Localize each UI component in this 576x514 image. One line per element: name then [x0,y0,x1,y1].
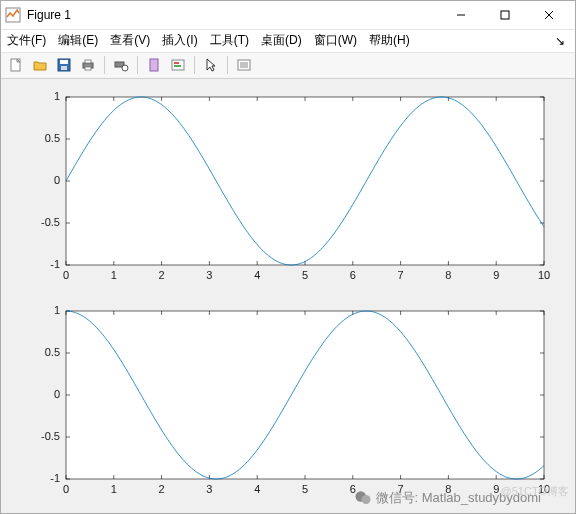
svg-rect-8 [60,60,68,64]
svg-point-123 [361,495,370,504]
svg-text:1: 1 [54,90,60,102]
print-preview-icon[interactable] [110,54,132,76]
maximize-button[interactable] [483,1,527,29]
plot-area: 012345678910-1-0.500.51 012345678910-1-0… [1,79,575,513]
menu-help[interactable]: 帮助(H) [369,32,410,49]
properties-icon[interactable] [233,54,255,76]
svg-text:1: 1 [54,304,60,316]
svg-text:3: 3 [206,483,212,495]
toolbar-separator [137,56,138,74]
open-icon[interactable] [29,54,51,76]
svg-rect-12 [85,67,91,70]
svg-rect-24 [66,97,544,265]
menu-desktop[interactable]: 桌面(D) [261,32,302,49]
svg-text:0: 0 [63,269,69,281]
svg-text:1: 1 [111,269,117,281]
close-button[interactable] [527,1,571,29]
svg-text:9: 9 [493,269,499,281]
svg-marker-19 [207,59,215,71]
pointer-icon[interactable] [200,54,222,76]
svg-rect-18 [174,65,181,67]
svg-point-14 [122,65,128,71]
toolbar [1,53,575,79]
svg-text:4: 4 [254,483,260,495]
print-icon[interactable] [77,54,99,76]
window-title: Figure 1 [27,8,71,22]
inspect-icon[interactable] [167,54,189,76]
wechat-icon [354,489,372,507]
menu-file[interactable]: 文件(F) [7,32,46,49]
svg-text:0: 0 [63,483,69,495]
svg-text:10: 10 [538,269,550,281]
app-icon [5,7,21,23]
svg-rect-2 [501,11,509,19]
svg-text:2: 2 [159,269,165,281]
svg-text:-1: -1 [50,472,60,484]
menu-edit[interactable]: 编辑(E) [58,32,98,49]
svg-text:4: 4 [254,269,260,281]
menu-tools[interactable]: 工具(T) [210,32,249,49]
svg-text:2: 2 [159,483,165,495]
toolbar-separator [227,56,228,74]
svg-text:6: 6 [350,269,356,281]
svg-text:0: 0 [54,174,60,186]
axes-2[interactable]: 012345678910-1-0.500.51 [22,303,554,503]
svg-text:5: 5 [302,269,308,281]
svg-text:8: 8 [445,269,451,281]
menu-window[interactable]: 窗口(W) [314,32,357,49]
axes-1[interactable]: 012345678910-1-0.500.51 [22,89,554,289]
svg-text:7: 7 [398,269,404,281]
svg-rect-11 [85,60,91,63]
svg-rect-9 [61,66,67,70]
svg-text:1: 1 [111,483,117,495]
svg-rect-15 [150,59,158,71]
new-file-icon[interactable] [5,54,27,76]
svg-text:-0.5: -0.5 [41,430,60,442]
menu-overflow-icon[interactable]: ↘ [555,34,569,48]
svg-text:0.5: 0.5 [45,132,60,144]
titlebar: Figure 1 [1,1,575,30]
figure-window: Figure 1 文件(F) 编辑(E) 查看(V) 插入(I) 工具(T) 桌… [0,0,576,514]
menubar: 文件(F) 编辑(E) 查看(V) 插入(I) 工具(T) 桌面(D) 窗口(W… [1,30,575,53]
svg-text:-0.5: -0.5 [41,216,60,228]
svg-text:0.5: 0.5 [45,346,60,358]
corner-badge: @51CTO博客 [501,484,569,499]
toolbar-separator [194,56,195,74]
link-icon[interactable] [143,54,165,76]
svg-text:-1: -1 [50,258,60,270]
svg-rect-73 [66,311,544,479]
svg-text:0: 0 [54,388,60,400]
toolbar-separator [104,56,105,74]
menu-insert[interactable]: 插入(I) [162,32,197,49]
svg-text:3: 3 [206,269,212,281]
minimize-button[interactable] [439,1,483,29]
save-icon[interactable] [53,54,75,76]
menu-view[interactable]: 查看(V) [110,32,150,49]
svg-text:5: 5 [302,483,308,495]
svg-rect-17 [174,62,179,64]
